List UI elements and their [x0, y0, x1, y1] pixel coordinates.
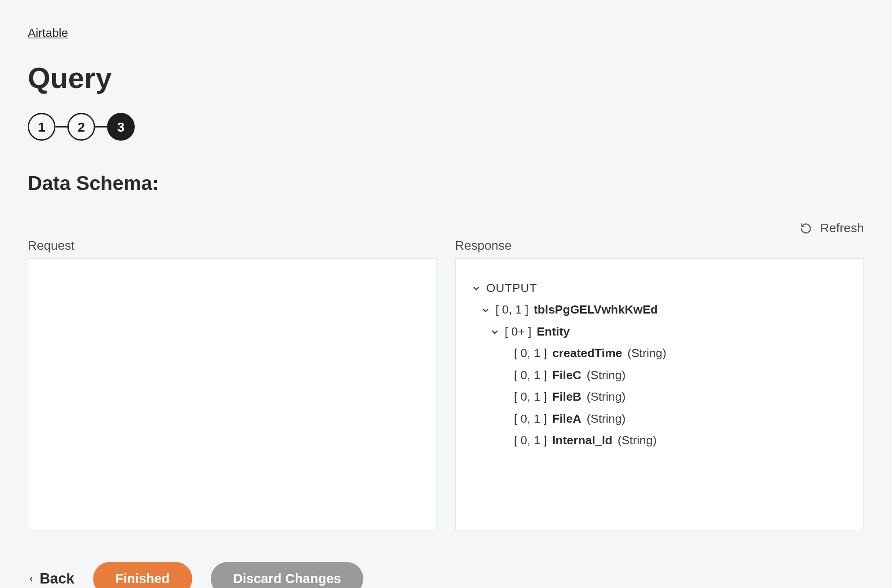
tree-table-node[interactable]: [ 0, 1 ] tblsPgGELVwhkKwEd [472, 299, 848, 321]
page-title: Query [28, 62, 864, 95]
tree-field-type: (String) [586, 390, 626, 404]
back-button[interactable]: Back [28, 570, 75, 587]
breadcrumb-link[interactable]: Airtable [28, 27, 68, 40]
tree-cardinality: [ 0, 1 ] [514, 368, 547, 382]
tree-field-name: FileA [552, 412, 581, 426]
tree-field-name: createdTime [552, 347, 622, 361]
tree-cardinality: [ 0, 1 ] [514, 412, 547, 426]
tree-entity-name: Entity [537, 325, 570, 339]
finished-button[interactable]: Finished [93, 562, 192, 588]
discard-button[interactable]: Discard Changes [211, 562, 364, 588]
tree-table-name: tblsPgGELVwhkKwEd [534, 303, 658, 317]
response-panel: OUTPUT [ 0, 1 ] tblsPgGELVwhkKwEd [ 0+ ]… [455, 258, 864, 531]
tree-output-label: OUTPUT [486, 281, 537, 295]
tree-cardinality: [ 0, 1 ] [514, 347, 547, 361]
tree-field-type: (String) [586, 412, 626, 426]
tree-field-row[interactable]: [ 0, 1 ] Internal_Id (String) [472, 430, 848, 452]
tree-cardinality: [ 0, 1 ] [514, 434, 547, 448]
tree-output-node[interactable]: OUTPUT [472, 277, 848, 299]
chevron-down-icon [472, 283, 481, 293]
tree-field-type: (String) [618, 434, 657, 448]
step-3[interactable]: 3 [107, 113, 135, 141]
section-title: Data Schema: [28, 172, 864, 195]
tree-cardinality: [ 0, 1 ] [496, 303, 529, 317]
tree-field-name: Internal_Id [552, 434, 612, 448]
tree-field-type: (String) [627, 347, 666, 361]
back-label: Back [40, 570, 74, 587]
step-connector [95, 126, 107, 128]
tree-field-type: (String) [586, 368, 626, 382]
tree-field-name: FileC [552, 368, 581, 382]
request-label: Request [28, 239, 437, 253]
request-panel [28, 258, 437, 531]
refresh-button[interactable]: Refresh [800, 221, 864, 235]
chevron-left-icon [28, 574, 35, 584]
response-label: Response [455, 239, 864, 253]
tree-cardinality: [ 0, 1 ] [514, 390, 547, 404]
chevron-down-icon [481, 305, 490, 315]
tree-field-row[interactable]: [ 0, 1 ] FileC (String) [472, 364, 848, 386]
refresh-label: Refresh [820, 221, 864, 235]
response-tree: OUTPUT [ 0, 1 ] tblsPgGELVwhkKwEd [ 0+ ]… [472, 277, 848, 451]
step-2[interactable]: 2 [67, 113, 95, 141]
step-1[interactable]: 1 [28, 113, 56, 141]
chevron-down-icon [490, 327, 500, 336]
tree-field-name: FileB [552, 390, 581, 404]
refresh-icon [800, 222, 812, 234]
tree-field-row[interactable]: [ 0, 1 ] FileA (String) [472, 408, 848, 430]
tree-field-row[interactable]: [ 0, 1 ] FileB (String) [472, 386, 848, 408]
tree-field-row[interactable]: [ 0, 1 ] createdTime (String) [472, 343, 848, 365]
step-connector [55, 126, 67, 128]
tree-entity-node[interactable]: [ 0+ ] Entity [472, 321, 848, 343]
tree-cardinality: [ 0+ ] [505, 325, 532, 339]
stepper: 1 2 3 [28, 113, 864, 141]
